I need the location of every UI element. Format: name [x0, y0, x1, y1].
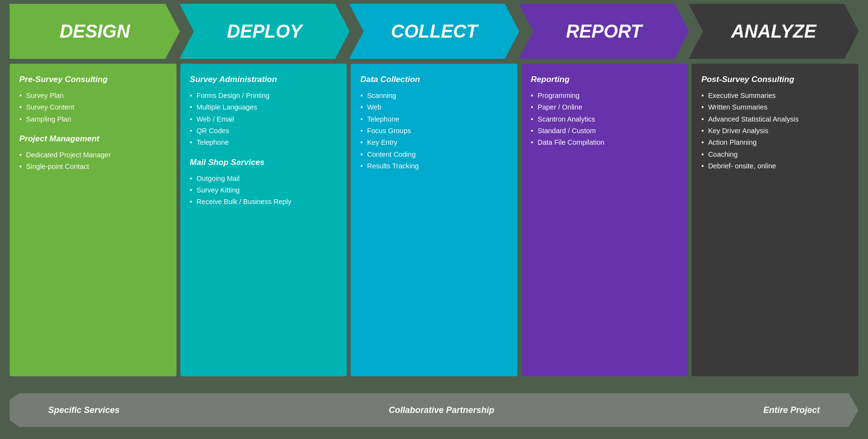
deploy-section2-title: Mail Shop Services	[190, 157, 338, 168]
list-item: Survey Plan	[19, 90, 167, 101]
collect-column: Data Collection Scanning Web Telephone F…	[351, 64, 517, 376]
collect-section1-title: Data Collection	[360, 74, 508, 85]
design-section1-title: Pre-Survey Consulting	[19, 74, 167, 85]
report-label: REPORT	[566, 21, 642, 42]
bottom-center-label: Collaborative Partnership	[389, 405, 494, 415]
list-item: Forms Design / Printing	[190, 90, 338, 101]
list-item: QR Codes	[190, 125, 338, 137]
list-item: Action Planning	[701, 137, 849, 148]
bottom-arrow-container: Specific Services Collaborative Partners…	[10, 393, 858, 427]
analyze-section1-title: Post-Survey Consulting	[701, 74, 849, 85]
list-item: Survey Content	[19, 101, 167, 113]
list-item: Standard / Custom	[531, 125, 678, 137]
deploy-section1-title: Survey Administration	[190, 74, 338, 85]
design-section2-list: Dedicated Project Manager Single-point C…	[19, 149, 167, 173]
list-item: Dedicated Project Manager	[19, 149, 167, 161]
list-item: Coaching	[701, 149, 849, 160]
list-item: Outgoing Mail	[190, 173, 338, 184]
report-section1-list: Programming Paper / Online Scantron Anal…	[531, 90, 678, 148]
deploy-label: DEPLOY	[227, 21, 302, 42]
deploy-section1-list: Forms Design / Printing Multiple Languag…	[190, 90, 338, 148]
analyze-label: ANALYZE	[731, 21, 816, 42]
report-column: Reporting Programming Paper / Online Sca…	[521, 64, 688, 376]
header-report: REPORT	[519, 4, 689, 59]
list-item: Telephone	[190, 137, 338, 148]
analyze-column: Post-Survey Consulting Executive Summari…	[692, 64, 858, 376]
deploy-column: Survey Administration Forms Design / Pri…	[180, 64, 347, 376]
list-item: Key Entry	[360, 137, 508, 148]
list-item: Debrief- onsite, online	[701, 160, 849, 172]
collect-section1-list: Scanning Web Telephone Focus Groups Key …	[360, 90, 508, 172]
header-collect: COLLECT	[349, 4, 519, 59]
list-item: Web	[360, 101, 508, 113]
list-item: Paper / Online	[531, 101, 678, 113]
deploy-section2-list: Outgoing Mail Survey Kitting Receive Bul…	[190, 173, 338, 208]
report-section1-title: Reporting	[531, 74, 678, 85]
list-item: Results Tracking	[360, 160, 508, 172]
header-deploy: DEPLOY	[179, 4, 350, 59]
design-column: Pre-Survey Consulting Survey Plan Survey…	[10, 64, 176, 376]
bottom-labels: Specific Services Collaborative Partners…	[10, 393, 858, 427]
header-row: DESIGN DEPLOY COLLECT REPORT ANALYZE	[0, 0, 868, 59]
list-item: Sampling Plan	[19, 113, 167, 125]
list-item: Survey Kitting	[190, 184, 338, 196]
list-item: Scanning	[360, 90, 508, 101]
bottom-left-label: Specific Services	[48, 405, 120, 415]
list-item: Content Coding	[360, 149, 508, 160]
bottom-right-label: Entire Project	[763, 405, 820, 415]
list-item: Multiple Languages	[190, 101, 338, 113]
header-analyze: ANALYZE	[689, 4, 859, 59]
list-item: Single-point Contact	[19, 161, 167, 172]
list-item: Programming	[531, 90, 678, 101]
list-item: Focus Groups	[360, 125, 508, 137]
header-design: DESIGN	[10, 4, 180, 59]
design-label: DESIGN	[60, 21, 130, 42]
analyze-section1-list: Executive Summaries Written Summaries Ad…	[701, 90, 849, 172]
list-item: Receive Bulk / Business Reply	[190, 196, 338, 207]
list-item: Key Driver Analysis	[701, 125, 849, 137]
list-item: Web / Email	[190, 113, 338, 125]
design-section2-title: Project Management	[19, 134, 167, 144]
list-item: Written Summaries	[701, 101, 849, 113]
list-item: Telephone	[360, 113, 508, 125]
collect-label: COLLECT	[391, 21, 477, 42]
list-item: Advanced Statistical Analysis	[701, 113, 849, 125]
design-section1-list: Survey Plan Survey Content Sampling Plan	[19, 90, 167, 125]
list-item: Scantron Analytics	[531, 113, 678, 125]
list-item: Data File Compilation	[531, 137, 678, 148]
bottom-row: Specific Services Collaborative Partners…	[0, 381, 868, 439]
content-row: Pre-Survey Consulting Survey Plan Survey…	[0, 59, 868, 381]
list-item: Executive Summaries	[701, 90, 849, 101]
main-wrapper: DESIGN DEPLOY COLLECT REPORT ANALYZE Pre…	[0, 0, 868, 439]
